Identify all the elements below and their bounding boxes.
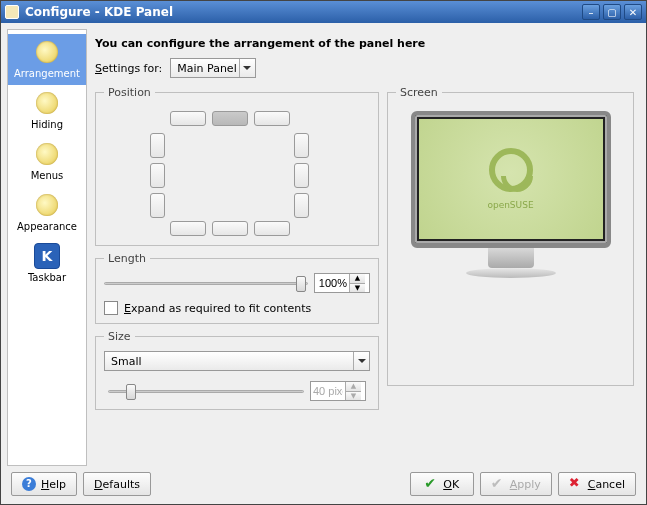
ok-button[interactable]: ✔ OK xyxy=(410,472,474,496)
position-top-right[interactable] xyxy=(254,111,290,126)
size-group: Size Small xyxy=(95,330,379,410)
position-bottom-right[interactable] xyxy=(254,221,290,236)
position-left-top[interactable] xyxy=(150,133,165,158)
cancel-icon: ✖ xyxy=(569,477,583,491)
sidebar: Arrangement Hiding Menus Appearance K Ta… xyxy=(7,29,87,466)
sidebar-item-label: Appearance xyxy=(17,221,77,232)
length-legend: Length xyxy=(104,252,150,265)
size-value: Small xyxy=(111,355,142,368)
gear-icon xyxy=(33,140,61,168)
content-pane: You can configure the arrangement of the… xyxy=(93,29,640,466)
expand-label: Expand as required to fit contents xyxy=(124,302,311,315)
chevron-down-icon xyxy=(239,59,255,77)
monitor-base xyxy=(466,268,556,278)
spin-buttons[interactable]: ▲▼ xyxy=(349,274,365,292)
position-grid xyxy=(104,107,370,237)
spin-buttons: ▲▼ xyxy=(345,382,361,400)
position-left-bottom[interactable] xyxy=(150,193,165,218)
position-left-middle[interactable] xyxy=(150,163,165,188)
position-right-bottom[interactable] xyxy=(294,193,309,218)
gear-icon xyxy=(33,38,61,66)
sidebar-item-hiding[interactable]: Hiding xyxy=(8,85,86,136)
length-group: Length ▲▼ xyxy=(95,252,379,324)
cancel-label: Cancel xyxy=(588,478,625,491)
check-icon: ✔ xyxy=(491,477,505,491)
window-body: Arrangement Hiding Menus Appearance K Ta… xyxy=(1,23,646,504)
apply-button: ✔ Apply xyxy=(480,472,552,496)
monitor-screen: openSUSE xyxy=(419,119,603,239)
length-value[interactable] xyxy=(315,277,349,289)
left-column: Position xyxy=(95,86,379,410)
screen-group: Screen openSUSE xyxy=(387,86,634,386)
position-bottom-left[interactable] xyxy=(170,221,206,236)
sidebar-item-label: Hiding xyxy=(31,119,63,130)
position-bottom-center[interactable] xyxy=(212,221,248,236)
position-legend: Position xyxy=(104,86,155,99)
page-heading: You can configure the arrangement of the… xyxy=(95,37,634,50)
gear-icon xyxy=(33,191,61,219)
screen-legend: Screen xyxy=(396,86,442,99)
ok-label: OK xyxy=(443,478,459,491)
size-legend: Size xyxy=(104,330,135,343)
settings-for-label: Settings for: xyxy=(95,62,162,75)
size-pixels-spin: ▲▼ xyxy=(310,381,366,401)
defaults-label: Defaults xyxy=(94,478,140,491)
k-icon: K xyxy=(33,242,61,270)
close-button[interactable]: ✕ xyxy=(624,4,642,20)
sidebar-item-appearance[interactable]: Appearance xyxy=(8,187,86,238)
settings-for-combo[interactable]: Main Panel xyxy=(170,58,255,78)
maximize-button[interactable]: ▢ xyxy=(603,4,621,20)
sidebar-item-label: Taskbar xyxy=(28,272,66,283)
titlebar[interactable]: Configure - KDE Panel – ▢ ✕ xyxy=(1,1,646,23)
monitor-frame: openSUSE xyxy=(411,111,611,248)
main-area: Arrangement Hiding Menus Appearance K Ta… xyxy=(7,29,640,466)
check-icon: ✔ xyxy=(424,477,438,491)
position-top-center[interactable] xyxy=(212,111,248,126)
help-button[interactable]: ? Help xyxy=(11,472,77,496)
size-pixels-value xyxy=(311,385,345,397)
monitor-preview: openSUSE xyxy=(411,111,611,278)
size-slider-row: ▲▼ xyxy=(104,381,370,401)
sidebar-item-menus[interactable]: Menus xyxy=(8,136,86,187)
chevron-down-icon xyxy=(353,352,369,370)
screen-brand: openSUSE xyxy=(487,200,533,210)
cancel-button[interactable]: ✖ Cancel xyxy=(558,472,636,496)
config-window: Configure - KDE Panel – ▢ ✕ Arrangement … xyxy=(0,0,647,505)
size-combo[interactable]: Small xyxy=(104,351,370,371)
window-title: Configure - KDE Panel xyxy=(25,5,579,19)
sidebar-item-label: Arrangement xyxy=(14,68,80,79)
length-row: ▲▼ xyxy=(104,273,370,293)
button-bar: ? Help Defaults ✔ OK ✔ Apply ✖ Cancel xyxy=(7,466,640,498)
length-spin[interactable]: ▲▼ xyxy=(314,273,370,293)
sidebar-item-arrangement[interactable]: Arrangement xyxy=(8,34,86,85)
help-icon: ? xyxy=(22,477,36,491)
size-slider[interactable] xyxy=(108,382,304,400)
help-label: Help xyxy=(41,478,66,491)
monitor-stand xyxy=(488,248,534,268)
sidebar-item-taskbar[interactable]: K Taskbar xyxy=(8,238,86,289)
length-slider[interactable] xyxy=(104,274,308,292)
sidebar-item-label: Menus xyxy=(31,170,64,181)
position-group: Position xyxy=(95,86,379,246)
position-right-middle[interactable] xyxy=(294,163,309,188)
minimize-button[interactable]: – xyxy=(582,4,600,20)
columns: Position xyxy=(95,86,634,410)
defaults-button[interactable]: Defaults xyxy=(83,472,151,496)
position-right-top[interactable] xyxy=(294,133,309,158)
settings-for-row: Settings for: Main Panel xyxy=(95,58,634,78)
apply-label: Apply xyxy=(510,478,541,491)
settings-for-value: Main Panel xyxy=(177,62,236,75)
gear-icon xyxy=(33,89,61,117)
opensuse-logo-icon xyxy=(489,148,533,192)
right-column: Screen openSUSE xyxy=(387,86,634,410)
expand-checkbox[interactable] xyxy=(104,301,118,315)
expand-row: Expand as required to fit contents xyxy=(104,301,370,315)
position-top-left[interactable] xyxy=(170,111,206,126)
app-icon xyxy=(5,5,19,19)
